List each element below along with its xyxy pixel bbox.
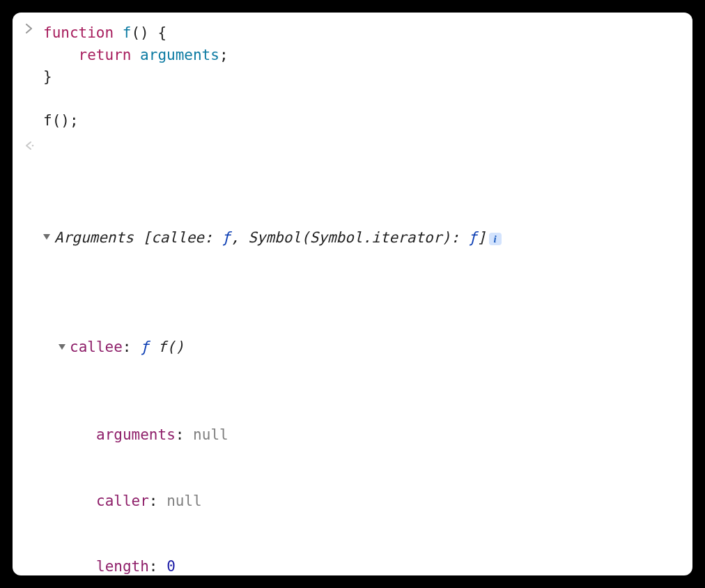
property-arguments[interactable]: arguments: null	[43, 424, 680, 447]
property-key: caller	[96, 490, 149, 513]
object-type-label: Arguments	[54, 227, 134, 249]
console-output-row: Arguments [callee: ƒ, Symbol(Symbol.iter…	[25, 139, 680, 576]
expand-toggle-icon[interactable]	[43, 234, 50, 240]
call-expression: f();	[43, 112, 79, 129]
svg-point-0	[32, 144, 34, 146]
keyword-function: function	[43, 24, 114, 41]
info-icon[interactable]: i	[489, 233, 502, 245]
output-prompt-icon	[25, 139, 43, 163]
property-key: length	[96, 556, 149, 575]
input-prompt-icon	[25, 22, 43, 46]
property-length[interactable]: length: 0	[43, 556, 680, 575]
property-value: null	[166, 490, 202, 513]
property-callee[interactable]: callee: ƒ f()	[43, 336, 680, 359]
console-output-tree: Arguments [callee: ƒ, Symbol(Symbol.iter…	[43, 139, 680, 576]
property-value: 0	[166, 556, 176, 575]
console-input-code[interactable]: function f() { return arguments; } f();	[43, 22, 680, 132]
function-name: f	[123, 24, 132, 41]
console-input-row: function f() { return arguments; } f();	[25, 22, 680, 132]
console-panel: function f() { return arguments; } f(); …	[13, 13, 692, 575]
result-header[interactable]: Arguments [callee: ƒ, Symbol(Symbol.iter…	[43, 227, 680, 249]
expand-toggle-icon[interactable]	[59, 344, 65, 350]
identifier-arguments: arguments	[140, 47, 219, 63]
property-value: null	[193, 424, 228, 447]
property-caller[interactable]: caller: null	[43, 490, 680, 513]
property-key: arguments	[96, 424, 176, 447]
keyword-return: return	[79, 47, 132, 63]
property-key: callee	[70, 336, 123, 359]
